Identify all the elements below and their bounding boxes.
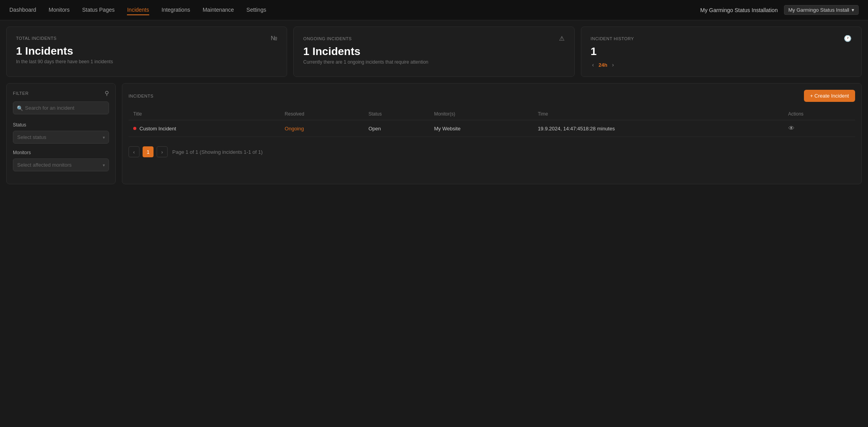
nav-link-maintenance[interactable]: Maintenance	[203, 5, 234, 15]
warning-icon: ⚠	[559, 35, 565, 42]
nav-link-integrations[interactable]: Integrations	[162, 5, 190, 15]
total-incidents-desc: In the last 90 days there have been 1 in…	[16, 59, 277, 64]
nav-link-status-pages[interactable]: Status Pages	[82, 5, 114, 15]
page-1-button[interactable]: 1	[143, 146, 154, 157]
workspace-label: My Garmingo Status Install	[788, 7, 849, 13]
search-input[interactable]	[13, 101, 109, 114]
history-nav: ‹ 24h ›	[591, 61, 852, 69]
nav-link-dashboard[interactable]: Dashboard	[9, 5, 36, 15]
incidents-panel: INCIDENTS + Create Incident Title Resolv…	[122, 83, 862, 184]
incident-time-cell: 19.9.2024, 14:47:4518:28 minutes	[533, 120, 784, 137]
incident-resolved-status: Ongoing	[285, 126, 304, 132]
history-prev-button[interactable]: ‹	[591, 61, 596, 69]
history-period: 24h	[598, 62, 607, 68]
filter-title: FILTER	[13, 91, 29, 96]
col-resolved: Resolved	[280, 108, 364, 120]
monitors-section: Monitors Select affected monitors ▾	[13, 150, 109, 171]
status-select-wrapper: Select status ▾	[13, 131, 109, 144]
page-info: Page 1 of 1 (Showing incidents 1-1 of 1)	[172, 149, 263, 155]
status-label: Status	[13, 122, 109, 128]
col-monitors: Monitor(s)	[429, 108, 533, 120]
app-title: My Garmingo Status Installation	[700, 7, 778, 13]
status-select[interactable]: Select status	[13, 131, 109, 144]
incident-status-dot	[133, 127, 136, 130]
total-incidents-label: TOTAL INCIDENTS	[16, 36, 57, 41]
search-filter-icon: ⚲	[105, 90, 109, 97]
history-next-button[interactable]: ›	[611, 61, 616, 69]
incidents-tbody: Custom Incident Ongoing Open My Website …	[129, 120, 855, 137]
incidents-header: INCIDENTS + Create Incident	[129, 90, 855, 102]
incident-name: Custom Incident	[133, 126, 275, 132]
filter-panel: FILTER ⚲ 🔍 Status Select status ▾ Monito…	[6, 83, 116, 184]
col-actions: Actions	[784, 108, 855, 120]
nav-link-incidents[interactable]: Incidents	[127, 5, 149, 15]
search-icon: 🔍	[17, 105, 23, 111]
ongoing-incidents-desc: Currently there are 1 ongoing incidents …	[303, 59, 564, 65]
prev-page-button[interactable]: ‹	[129, 146, 139, 157]
col-title: Title	[129, 108, 280, 120]
incident-resolved-cell: Ongoing	[280, 120, 364, 137]
main-content: FILTER ⚲ 🔍 Status Select status ▾ Monito…	[0, 83, 868, 190]
workspace-dropdown[interactable]: My Garmingo Status Install ▾	[784, 5, 859, 15]
summary-cards: TOTAL INCIDENTS № 1 Incidents In the las…	[0, 20, 868, 83]
clock-icon: 🕐	[844, 35, 852, 42]
monitors-label: Monitors	[13, 150, 109, 155]
status-section: Status Select status ▾	[13, 122, 109, 144]
navbar: Dashboard Monitors Status Pages Incident…	[0, 0, 868, 20]
table-row: Custom Incident Ongoing Open My Website …	[129, 120, 855, 137]
next-page-button[interactable]: ›	[157, 146, 168, 157]
incident-title-cell: Custom Incident	[129, 120, 280, 137]
incident-title-text: Custom Incident	[139, 126, 176, 132]
incidents-table: Title Resolved Status Monitor(s) Time Ac…	[129, 108, 855, 137]
monitors-select[interactable]: Select affected monitors	[13, 158, 109, 171]
incident-monitors-cell: My Website	[429, 120, 533, 137]
number-icon: №	[271, 35, 278, 42]
col-time: Time	[533, 108, 784, 120]
nav-right: My Garmingo Status Installation My Garmi…	[700, 5, 859, 15]
nav-links: Dashboard Monitors Status Pages Incident…	[9, 5, 700, 15]
incidents-section-title: INCIDENTS	[129, 94, 154, 98]
col-status: Status	[364, 108, 429, 120]
ongoing-incidents-label: ONGOING INCIDENTS	[303, 36, 352, 41]
incident-history-label: INCIDENT HISTORY	[591, 36, 634, 41]
total-incidents-card: TOTAL INCIDENTS № 1 Incidents In the las…	[6, 27, 287, 77]
nav-link-settings[interactable]: Settings	[246, 5, 266, 15]
pagination: ‹ 1 › Page 1 of 1 (Showing incidents 1-1…	[129, 143, 855, 157]
total-incidents-count: 1 Incidents	[16, 45, 277, 57]
ongoing-incidents-count: 1 Incidents	[303, 45, 564, 58]
monitors-select-wrapper: Select affected monitors ▾	[13, 158, 109, 171]
create-incident-button[interactable]: + Create Incident	[804, 90, 855, 102]
incident-history-card: INCIDENT HISTORY 🕐 1 ‹ 24h ›	[581, 27, 862, 77]
view-incident-icon[interactable]: 👁	[788, 125, 795, 132]
nav-link-monitors[interactable]: Monitors	[49, 5, 70, 15]
table-header: Title Resolved Status Monitor(s) Time Ac…	[129, 108, 855, 120]
incident-status-cell: Open	[364, 120, 429, 137]
incident-history-count: 1	[591, 45, 852, 58]
ongoing-incidents-card: ONGOING INCIDENTS ⚠ 1 Incidents Currentl…	[293, 27, 574, 77]
chevron-down-icon: ▾	[852, 7, 854, 13]
search-wrapper: 🔍	[13, 101, 109, 114]
incident-actions-cell: 👁	[784, 120, 855, 137]
filter-header: FILTER ⚲	[13, 90, 109, 97]
